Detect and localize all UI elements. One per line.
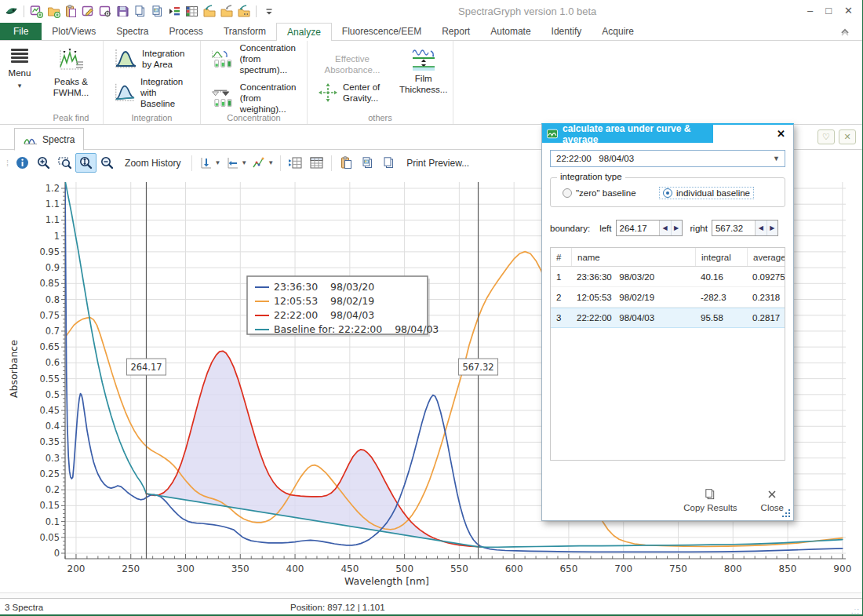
spectragryph-logo-icon[interactable]	[4, 4, 19, 19]
svg-text:0.35: 0.35	[39, 436, 60, 447]
separator	[331, 155, 332, 171]
peaks-fwhm-label: Peaks & FWHM...	[53, 76, 89, 98]
spin-right-icon[interactable]: ▶	[767, 221, 777, 235]
result-row-3[interactable]: 322:22:00 98/04/0395.580.2817	[551, 308, 785, 328]
x-axis-options-button[interactable]: ▼	[223, 156, 249, 170]
boundary-left-input[interactable]	[617, 221, 659, 235]
copy-button[interactable]	[378, 153, 399, 173]
result-row-2[interactable]: 212:05:53 98/02/19-282.30.2318	[551, 287, 785, 308]
toolbar-grip[interactable]: ⁞	[6, 159, 9, 168]
concentration-from-weighing-button[interactable]: Concentration (from weighing)...	[208, 80, 300, 116]
zoom-out-icon	[100, 155, 115, 170]
svg-text:12:05:53 98/02/19: 12:05:53 98/02/19	[274, 295, 374, 307]
svg-text:350: 350	[231, 563, 249, 574]
copy-image-button[interactable]	[357, 153, 378, 173]
y-axis-options-button[interactable]: ▼	[196, 156, 223, 170]
paste-button[interactable]	[336, 153, 357, 173]
radio-icon	[563, 188, 572, 198]
menu-tab-spectra[interactable]: Spectra	[106, 23, 158, 40]
paste-icon[interactable]	[64, 4, 78, 19]
cell-name: 12:05:53 98/02/19	[571, 293, 695, 302]
zoom-history-button[interactable]: Zoom History	[125, 158, 180, 169]
copy-icon[interactable]	[133, 4, 147, 19]
film-thickness-button[interactable]: Film Thickness...	[396, 46, 450, 111]
favorite-tab-button[interactable]: ♡	[817, 129, 835, 144]
dialog-title-bar[interactable]: calculate area under curve & average ✕	[542, 125, 793, 143]
svg-text:1.1: 1.1	[46, 199, 60, 210]
copy-results-button[interactable]: Copy Results	[683, 488, 737, 512]
zoom-rect-button[interactable]	[54, 153, 75, 173]
zoom-in-button[interactable]	[33, 153, 54, 173]
svg-text:450: 450	[340, 563, 359, 574]
spin-left-icon[interactable]: ◀	[756, 221, 767, 235]
menu-tab-identify[interactable]: Identify	[541, 23, 592, 40]
menu-tab-automate[interactable]: Automate	[480, 23, 541, 40]
menu-tab-process[interactable]: Process	[159, 23, 213, 40]
radio-individual-baseline[interactable]: individual baseline	[659, 187, 754, 199]
save-icon[interactable]	[115, 4, 130, 19]
menu-tab-fluorescence-eem[interactable]: Fluorescence/EEM	[332, 23, 432, 40]
svg-text:0.7: 0.7	[46, 326, 60, 337]
concentration-weighing-icon	[211, 86, 235, 110]
open-folder-icon[interactable]	[219, 4, 234, 19]
boundary-right-input[interactable]	[712, 221, 755, 235]
info-button[interactable]	[12, 153, 33, 173]
dialog-resize-grip[interactable]	[781, 508, 791, 519]
status-strip	[0, 592, 862, 598]
display-options-button[interactable]: ▼	[249, 156, 276, 170]
menu-tab-report[interactable]: Report	[432, 23, 480, 40]
chevron-down-icon: ▾	[18, 82, 22, 89]
integration-with-baseline-button[interactable]: Integration with Baseline	[111, 75, 193, 111]
svg-text:Absorbance: Absorbance	[8, 340, 20, 398]
spin-right-icon[interactable]: ▶	[671, 221, 682, 235]
menu-tab-plot-views[interactable]: Plot/Views	[42, 23, 106, 40]
menu-tab-analyze[interactable]: Analyze	[276, 23, 332, 41]
collapse-ribbon-button[interactable]	[839, 23, 851, 40]
concentration-from-spectrum-button[interactable]: Concentration (from spectrum)...	[208, 41, 300, 77]
data-grid-icon[interactable]	[184, 4, 199, 19]
header-average: average	[747, 248, 785, 266]
maximize-button[interactable]: □	[825, 4, 832, 18]
more-commands-icon[interactable]	[261, 4, 276, 19]
quick-access-toolbar	[0, 4, 276, 19]
minimize-button[interactable]: –	[807, 4, 813, 18]
svg-text:0.55: 0.55	[39, 374, 60, 385]
svg-text:500: 500	[395, 563, 413, 574]
close-button[interactable]: ✕	[844, 4, 853, 18]
radio-zero-baseline[interactable]: "zero" baseline	[559, 187, 659, 199]
edit-plot-icon[interactable]	[81, 4, 96, 19]
tab-buttons: ♡ ✕	[817, 129, 856, 144]
new-plot-icon[interactable]	[29, 4, 44, 19]
copy-image-icon[interactable]	[150, 4, 165, 19]
close-tab-button[interactable]: ✕	[839, 129, 856, 144]
peaks-fwhm-button[interactable]: Peaks & FWHM...	[46, 46, 96, 100]
menu-tab-acquire[interactable]: Acquire	[592, 23, 644, 40]
effective-absorbance-button[interactable]: Effective Absorbance...	[315, 52, 390, 77]
cell-num: 1	[551, 272, 571, 282]
concentration-spectrum-icon	[211, 47, 235, 71]
spectra-list-icon[interactable]	[167, 4, 182, 19]
spectrum-selector[interactable]: 22:22:00 98/04/03 ▼	[550, 150, 785, 167]
spin-left-icon[interactable]: ◀	[660, 221, 671, 235]
menu-button[interactable]: Menu ▾	[0, 41, 39, 124]
resize-grip[interactable]: .ː:	[851, 607, 860, 615]
menu-tab-transform[interactable]: Transform	[213, 23, 276, 40]
data-table-button[interactable]	[306, 153, 327, 173]
window-controls: – □ ✕	[807, 4, 853, 18]
tab-spectra[interactable]: Spectra	[14, 128, 84, 151]
add-folder-icon[interactable]	[46, 4, 61, 19]
dialog-close-icon[interactable]: ✕	[777, 128, 785, 140]
center-of-gravity-button[interactable]: Center of Gravity...	[315, 80, 390, 105]
integration-by-area-button[interactable]: Integration by Area	[111, 46, 193, 71]
zoom-out-button[interactable]	[96, 153, 118, 173]
print-preview-button[interactable]: Print Preview...	[406, 158, 469, 169]
export-folder-icon[interactable]	[236, 4, 251, 19]
cell-num: 2	[551, 293, 571, 302]
table-view-button[interactable]	[285, 153, 306, 173]
menu-tab-file[interactable]: File	[0, 23, 42, 40]
svg-text:0.45: 0.45	[39, 405, 60, 416]
zoom-vertical-button[interactable]	[75, 153, 96, 173]
import-folder-icon[interactable]	[202, 4, 217, 19]
result-row-1[interactable]: 123:36:30 98/03/2040.160.09275	[551, 267, 785, 287]
plot-settings-icon[interactable]	[98, 4, 113, 19]
